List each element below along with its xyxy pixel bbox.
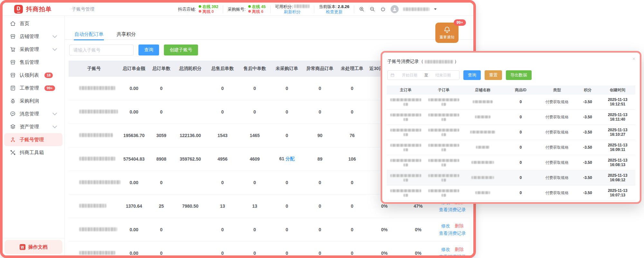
refresh-points-link[interactable]: 刷新积分 xyxy=(284,9,301,15)
zoom-in-icon[interactable] xyxy=(359,6,365,12)
sidebar-item-asset-management[interactable]: 资产管理 xyxy=(4,120,62,133)
col-header-unpurchased-orders: 未采购订单 xyxy=(271,66,303,72)
create-subaccount-button[interactable]: 创建子账号 xyxy=(164,45,198,55)
cell-shop-name xyxy=(463,191,503,195)
consumption-record-table: 主订单 子订单 店铺名称 商品ID 类型 积分 创建时间 0付费获取规格-3.5… xyxy=(387,85,635,201)
close-icon[interactable]: × xyxy=(632,56,635,62)
cell-in-after-sales: 1465 xyxy=(239,133,271,138)
view-consumption-records-link[interactable]: 查看消费记录 xyxy=(439,254,466,258)
redacted-subaccount-name xyxy=(79,157,115,161)
cell-type: 付费获取规格 xyxy=(539,130,575,135)
cell-shop-name xyxy=(463,100,503,104)
sidebar-item-work-orders[interactable]: 工单管理 99+ xyxy=(4,82,62,94)
sidebar-item-label: 消息管理 xyxy=(20,111,39,117)
sidebar-item-toolbox[interactable]: 抖商工具箱 xyxy=(4,146,62,159)
cell-total-order-amount: 1370.64 xyxy=(119,203,148,209)
chevron-down-icon[interactable] xyxy=(434,8,437,10)
cell-unpurchased-orders: 0 xyxy=(271,109,303,114)
cell-shop-name xyxy=(463,145,503,150)
purchase-online-status: 在线 45 xyxy=(248,5,266,9)
operation-docs-button[interactable]: W 操作文档 xyxy=(5,240,62,254)
sidebar-item-after-sales[interactable]: 售后管理 xyxy=(4,56,62,69)
cell-product-id: 0 xyxy=(503,145,539,150)
redacted-shop-name xyxy=(473,100,493,103)
cell-rate-30d-2: 47% xyxy=(401,203,435,209)
tab-shared-points[interactable]: 共享积分 xyxy=(116,30,137,39)
cell-total-orders: 0 xyxy=(148,109,174,114)
cell-main-order xyxy=(387,174,425,182)
notice-badge: 99+ xyxy=(454,19,466,26)
word-doc-icon: W xyxy=(20,244,25,250)
notice-label: 重要通知 xyxy=(440,35,454,40)
tools-icon xyxy=(10,149,16,156)
cell-total-orders: 0 xyxy=(148,86,174,91)
date-separator: 至 xyxy=(424,73,428,78)
subaccount-search-input[interactable] xyxy=(69,45,134,55)
cell-unpurchased-orders: 0 xyxy=(271,133,303,138)
cell-total-after-sales: 0 xyxy=(206,251,239,256)
panel-reset-button[interactable]: 重置 xyxy=(485,70,502,80)
view-consumption-records-link[interactable]: 查看消费记录 xyxy=(439,231,466,236)
user-avatar[interactable] xyxy=(391,5,399,13)
panel-export-button[interactable]: 导出数据 xyxy=(506,70,532,80)
cell-total-after-sales: 0 xyxy=(206,86,239,91)
cell-main-order xyxy=(387,98,425,106)
version-value: 2.8.26 xyxy=(338,4,349,9)
sidebar-item-home[interactable]: 首页 xyxy=(4,17,62,30)
redacted-order-number xyxy=(425,189,463,197)
cell-total-orders: 25 xyxy=(148,203,174,209)
cell-product-id: 0 xyxy=(503,130,539,134)
cell-total-points-used: 359762.50 xyxy=(174,156,206,162)
col-header-total-points-used: 总消耗积分 xyxy=(174,66,206,72)
cell-type: 付费获取规格 xyxy=(539,175,575,181)
sidebar-item-purchase-management[interactable]: 采购管理 xyxy=(4,43,62,56)
subaccount-name-cell xyxy=(69,203,119,209)
cell-in-after-sales: 0 xyxy=(239,109,271,114)
start-date-placeholder[interactable]: 开始日期 xyxy=(396,73,423,78)
query-button[interactable]: 查询 xyxy=(138,45,159,55)
delete-link[interactable]: 删除 xyxy=(455,223,464,229)
tab-auto-assign-orders[interactable]: 自动分配订单 xyxy=(74,30,104,39)
allocate-link[interactable]: 分配 xyxy=(286,156,295,161)
col-header-type: 类型 xyxy=(539,87,575,93)
panel-query-button[interactable]: 查询 xyxy=(463,70,481,80)
subaccount-name-cell xyxy=(69,133,119,138)
sidebar-item-message-management[interactable]: 消息管理 xyxy=(4,107,62,120)
zoom-out-icon[interactable] xyxy=(369,6,375,12)
col-header-in-after-sales: 售后中单数 xyxy=(239,66,271,72)
sidebar-item-subaccount-management[interactable]: 子账号管理 xyxy=(4,133,62,146)
redacted-subaccount-id xyxy=(425,60,453,64)
end-date-placeholder[interactable]: 结束日期 xyxy=(430,73,457,78)
record-row: 0付费获取规格-3.502025-11-13 16:09:11 xyxy=(387,140,635,155)
sidebar-item-purchase-profit[interactable]: 采购利润 xyxy=(4,94,62,107)
consumption-record-panel: 子账号消费记录（） × 开始日期 至 结束日期 查询 重置 导出数据 主订单 子… xyxy=(381,51,641,204)
edit-link[interactable]: 修改 xyxy=(441,247,450,253)
cell-rate-30d-2: 0% xyxy=(401,227,435,232)
points-label: 可用积分: xyxy=(275,4,293,9)
cell-total-order-amount: 195636.70 xyxy=(119,133,148,138)
check-update-link[interactable]: 检查更新 xyxy=(326,9,343,15)
record-row: 0付费获取规格-3.502025-11-13 16:08:12 xyxy=(387,170,635,185)
subaccount-icon xyxy=(10,136,16,143)
redacted-order-number xyxy=(425,144,463,151)
cell-shop-name xyxy=(463,115,503,119)
sidebar-item-label: 首页 xyxy=(20,21,29,27)
view-consumption-records-link[interactable]: 查看消费记录 xyxy=(439,207,466,213)
date-range-picker[interactable]: 开始日期 至 结束日期 xyxy=(387,70,459,80)
cell-total-points-used: 7980.50 xyxy=(174,203,206,209)
redacted-username[interactable] xyxy=(403,7,430,11)
sidebar-item-claim-list[interactable]: 认领列表 18 xyxy=(4,69,62,82)
redacted-subaccount-name xyxy=(79,110,118,114)
screenshot-stage: D 抖商拍单 子账号管理 抖店店铺: 在线 392 离线 0 采购账号: 在线 … xyxy=(0,0,644,258)
cell-type: 付费获取规格 xyxy=(539,99,575,105)
sidebar-item-shop-management[interactable]: 店铺管理 xyxy=(4,30,62,43)
important-notice-button[interactable]: 重要通知 99+ xyxy=(435,23,459,43)
col-header-total-order-amount: 总订单金额 xyxy=(119,66,148,72)
cell-points: -3.50 xyxy=(575,191,600,195)
ticket-icon xyxy=(10,85,16,91)
purchase-status-group: 采购账号: 在线 45 离线 6 xyxy=(228,5,266,14)
power-icon[interactable] xyxy=(380,6,386,12)
edit-link[interactable]: 修改 xyxy=(441,223,450,229)
redacted-subaccount-name xyxy=(79,251,115,255)
delete-link[interactable]: 删除 xyxy=(455,247,464,253)
